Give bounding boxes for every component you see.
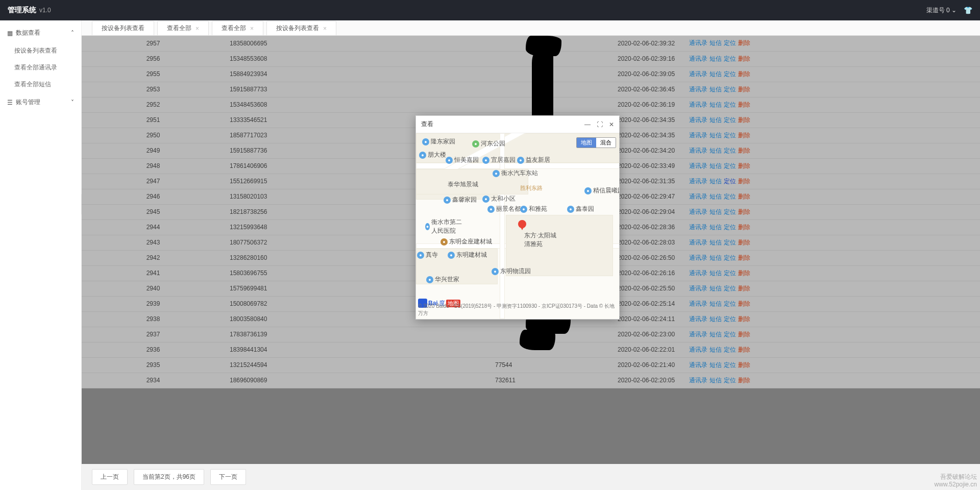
op-contacts[interactable]: 通讯录	[689, 315, 707, 323]
tab-close-icon[interactable]: ×	[323, 25, 327, 32]
op-delete[interactable]: 删除	[738, 193, 750, 200]
sidebar-item[interactable]: 查看全部短信	[0, 76, 81, 93]
op-sms[interactable]: 短信	[709, 116, 722, 124]
op-delete[interactable]: 删除	[738, 285, 750, 292]
op-locate[interactable]: 定位	[724, 162, 736, 169]
op-locate[interactable]: 定位	[724, 178, 736, 185]
op-contacts[interactable]: 通讯录	[689, 208, 707, 215]
op-sms[interactable]: 短信	[709, 239, 722, 246]
op-sms[interactable]: 短信	[709, 224, 722, 231]
op-sms[interactable]: 短信	[709, 86, 722, 93]
tab[interactable]: 查看全部×	[212, 21, 263, 35]
op-contacts[interactable]: 通讯录	[689, 285, 707, 292]
map-canvas[interactable]: 地图 混合 ●隆东家园●河东公园●朋大楼●恒美嘉园●宜居嘉园●益友新居●衡水汽车…	[416, 133, 619, 319]
op-locate[interactable]: 定位	[724, 101, 736, 108]
op-locate[interactable]: 定位	[724, 270, 736, 277]
op-delete[interactable]: 删除	[738, 331, 750, 338]
op-delete[interactable]: 删除	[738, 86, 750, 93]
op-delete[interactable]: 删除	[738, 346, 750, 353]
op-contacts[interactable]: 通讯录	[689, 239, 707, 246]
op-contacts[interactable]: 通讯录	[689, 361, 707, 369]
tab-close-icon[interactable]: ×	[250, 25, 254, 32]
op-contacts[interactable]: 通讯录	[689, 39, 707, 46]
op-sms[interactable]: 短信	[709, 162, 722, 169]
op-locate[interactable]: 定位	[724, 315, 736, 323]
op-delete[interactable]: 删除	[738, 270, 750, 277]
op-contacts[interactable]: 通讯录	[689, 101, 707, 108]
op-delete[interactable]: 删除	[738, 162, 750, 169]
maximize-icon[interactable]: ⛶	[597, 121, 603, 128]
op-delete[interactable]: 删除	[738, 70, 750, 78]
op-contacts[interactable]: 通讯录	[689, 377, 707, 384]
op-contacts[interactable]: 通讯录	[689, 300, 707, 307]
op-contacts[interactable]: 通讯录	[689, 55, 707, 62]
op-contacts[interactable]: 通讯录	[689, 254, 707, 261]
op-sms[interactable]: 短信	[709, 55, 722, 62]
op-locate[interactable]: 定位	[724, 254, 736, 261]
op-sms[interactable]: 短信	[709, 101, 722, 108]
op-locate[interactable]: 定位	[724, 239, 736, 246]
op-sms[interactable]: 短信	[709, 285, 722, 292]
tab-close-icon[interactable]: ×	[195, 25, 199, 32]
sidebar-item[interactable]: 查看全部通讯录	[0, 59, 81, 76]
op-delete[interactable]: 删除	[738, 147, 750, 154]
menu-group[interactable]: ▦数据查看˄	[0, 23, 81, 42]
sidebar-item[interactable]: 按设备列表查看	[0, 42, 81, 59]
op-locate[interactable]: 定位	[724, 361, 736, 369]
tab[interactable]: 按设备列表查看	[92, 21, 154, 35]
op-sms[interactable]: 短信	[709, 178, 722, 185]
op-delete[interactable]: 删除	[738, 239, 750, 246]
next-page-button[interactable]: 下一页	[210, 469, 246, 485]
op-contacts[interactable]: 通讯录	[689, 132, 707, 139]
op-delete[interactable]: 删除	[738, 315, 750, 323]
op-locate[interactable]: 定位	[724, 331, 736, 338]
op-locate[interactable]: 定位	[724, 377, 736, 384]
op-sms[interactable]: 短信	[709, 132, 722, 139]
tab[interactable]: 按设备列表查看×	[266, 21, 336, 35]
op-contacts[interactable]: 通讯录	[689, 162, 707, 169]
op-contacts[interactable]: 通讯录	[689, 86, 707, 93]
op-locate[interactable]: 定位	[724, 55, 736, 62]
op-delete[interactable]: 删除	[738, 254, 750, 261]
op-locate[interactable]: 定位	[724, 224, 736, 231]
menu-group[interactable]: ☰账号管理˅	[0, 93, 81, 112]
op-sms[interactable]: 短信	[709, 70, 722, 78]
tab[interactable]: 查看全部×	[157, 21, 209, 35]
op-delete[interactable]: 删除	[738, 178, 750, 185]
op-sms[interactable]: 短信	[709, 254, 722, 261]
op-contacts[interactable]: 通讯录	[689, 178, 707, 185]
close-icon[interactable]: ✕	[609, 121, 614, 128]
prev-page-button[interactable]: 上一页	[92, 469, 128, 485]
op-delete[interactable]: 删除	[738, 39, 750, 46]
op-locate[interactable]: 定位	[724, 346, 736, 353]
map-layer-hybrid[interactable]: 混合	[596, 138, 616, 148]
op-delete[interactable]: 删除	[738, 132, 750, 139]
op-contacts[interactable]: 通讯录	[689, 70, 707, 78]
op-delete[interactable]: 删除	[738, 300, 750, 307]
op-delete[interactable]: 删除	[738, 55, 750, 62]
op-sms[interactable]: 短信	[709, 270, 722, 277]
op-locate[interactable]: 定位	[724, 132, 736, 139]
op-sms[interactable]: 短信	[709, 361, 722, 369]
op-sms[interactable]: 短信	[709, 147, 722, 154]
op-sms[interactable]: 短信	[709, 315, 722, 323]
op-delete[interactable]: 删除	[738, 377, 750, 384]
op-locate[interactable]: 定位	[724, 208, 736, 215]
map-layer-map[interactable]: 地图	[577, 138, 596, 148]
op-sms[interactable]: 短信	[709, 39, 722, 46]
tshirt-icon[interactable]: 👕	[964, 6, 972, 14]
op-delete[interactable]: 删除	[738, 224, 750, 231]
op-contacts[interactable]: 通讯录	[689, 147, 707, 154]
map-layer-toggle[interactable]: 地图 混合	[576, 137, 616, 148]
op-locate[interactable]: 定位	[724, 300, 736, 307]
op-locate[interactable]: 定位	[724, 86, 736, 93]
op-contacts[interactable]: 通讯录	[689, 270, 707, 277]
op-sms[interactable]: 短信	[709, 300, 722, 307]
op-sms[interactable]: 短信	[709, 331, 722, 338]
op-sms[interactable]: 短信	[709, 193, 722, 200]
op-delete[interactable]: 删除	[738, 116, 750, 124]
op-contacts[interactable]: 通讯录	[689, 331, 707, 338]
op-delete[interactable]: 删除	[738, 361, 750, 369]
op-sms[interactable]: 短信	[709, 208, 722, 215]
op-contacts[interactable]: 通讯录	[689, 224, 707, 231]
